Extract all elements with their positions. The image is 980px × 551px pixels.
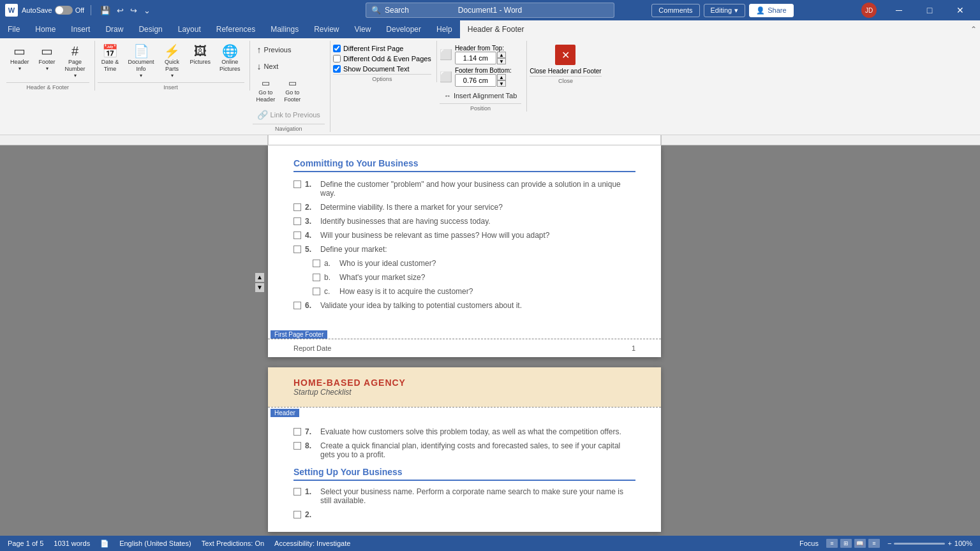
checkbox-4[interactable] xyxy=(293,231,301,239)
scroll-up-button[interactable]: ▲ xyxy=(255,273,264,282)
web-layout-icon[interactable]: ⊞ xyxy=(840,539,852,548)
header-label-tag: Header xyxy=(271,409,299,417)
save-icon[interactable]: 💾 xyxy=(98,4,113,17)
item-num-1: 1. xyxy=(305,180,316,189)
tab-review[interactable]: Review xyxy=(306,20,346,38)
undo-icon[interactable]: ↩ xyxy=(114,4,126,17)
tab-design[interactable]: Design xyxy=(131,20,170,38)
header-position-icon: ⬜ xyxy=(440,48,452,61)
different-first-option[interactable]: Different First Page xyxy=(333,45,431,52)
minimize-button[interactable]: ─ xyxy=(884,0,914,20)
checkbox-7[interactable] xyxy=(293,428,301,436)
list-item: c. How easy is it to acquire the custome… xyxy=(313,287,635,296)
zoom-slider[interactable] xyxy=(894,543,945,545)
different-odd-even-option[interactable]: Different Odd & Even Pages xyxy=(333,55,431,62)
page-1-content: Committing to Your Business 1. Define th… xyxy=(268,145,661,328)
user-avatar[interactable]: JD xyxy=(861,3,877,18)
checkbox-5b[interactable] xyxy=(313,274,320,281)
checkbox-s2[interactable] xyxy=(293,511,301,518)
print-layout-icon[interactable]: ≡ xyxy=(826,539,838,548)
close-header-footer-button[interactable]: Close Header and Footer xyxy=(530,68,601,75)
zoom-out-icon[interactable]: − xyxy=(887,540,891,547)
customize-icon[interactable]: ⌄ xyxy=(141,4,153,17)
go-to-header-button[interactable]: ▭ Go toHeader xyxy=(253,75,279,106)
outline-icon[interactable]: ≡ xyxy=(868,539,880,548)
footer-content[interactable]: Report Date 1 xyxy=(268,339,661,357)
tab-layout[interactable]: Layout xyxy=(170,20,209,38)
page-number-button[interactable]: # PageNumber ▾ xyxy=(61,42,89,81)
checkbox-6[interactable] xyxy=(293,302,301,309)
editing-button[interactable]: Editing ▾ xyxy=(704,4,746,17)
pictures-button[interactable]: 🖼 Pictures xyxy=(186,42,215,68)
online-pictures-label: OnlinePictures xyxy=(219,59,241,73)
show-doc-text-checkbox[interactable] xyxy=(333,65,341,73)
group-close: ✕ Close Header and Footer Close xyxy=(528,41,606,84)
go-to-footer-button[interactable]: ▭ Go toFooter xyxy=(280,75,304,106)
tab-developer[interactable]: Developer xyxy=(378,20,429,38)
page-2-header[interactable]: HOME-BASED AGENCY Startup Checklist xyxy=(268,367,661,407)
share-button[interactable]: 👤 Share xyxy=(749,4,793,17)
date-time-button[interactable]: 📅 Date &Time xyxy=(98,42,123,75)
tab-view[interactable]: View xyxy=(347,20,379,38)
list-item: 1. Define the customer "problem" and how… xyxy=(293,180,635,198)
autosave-toggle[interactable] xyxy=(55,6,73,15)
focus-label[interactable]: Focus xyxy=(799,540,819,547)
footer-label-tag: First Page Footer xyxy=(268,328,661,339)
insert-alignment-tab-button[interactable]: ↔ Insert Alignment Tab xyxy=(440,89,521,102)
online-pictures-button[interactable]: 🌐 OnlinePictures xyxy=(216,42,244,75)
document-area: ▲ ▼ Committing to Your Business 1. Defin… xyxy=(0,145,980,551)
tab-home[interactable]: Home xyxy=(27,20,63,38)
redo-icon[interactable]: ↪ xyxy=(128,4,140,17)
doc-info-button[interactable]: 📄 DocumentInfo ▾ xyxy=(124,42,158,81)
scroll-down-button[interactable]: ▼ xyxy=(255,283,264,292)
maximize-button[interactable]: □ xyxy=(915,0,944,20)
header-button[interactable]: ▭ Header ▾ xyxy=(6,42,33,74)
ribbon-expand[interactable]: ⌃ xyxy=(967,20,980,38)
header-from-top-input[interactable] xyxy=(455,52,496,64)
previous-button[interactable]: ↑ Previous xyxy=(253,42,325,57)
quick-parts-button[interactable]: ⚡ QuickParts ▾ xyxy=(160,42,185,81)
checkbox-s1[interactable] xyxy=(293,488,301,496)
next-button[interactable]: ↓ Next xyxy=(253,59,325,74)
tab-file[interactable]: File xyxy=(0,20,27,38)
tab-draw[interactable]: Draw xyxy=(98,20,131,38)
page-number-icon: # xyxy=(71,45,78,57)
ribbon: File Home Insert Draw Design Layout Refe… xyxy=(0,20,980,135)
link-to-previous-button[interactable]: 🔗 Link to Previous xyxy=(253,107,325,122)
read-mode-icon[interactable]: 📖 xyxy=(854,539,866,548)
tab-help[interactable]: Help xyxy=(429,20,460,38)
tab-header-footer[interactable]: Header & Footer xyxy=(460,20,532,38)
checkbox-5[interactable] xyxy=(293,246,301,253)
checkbox-2[interactable] xyxy=(293,203,301,211)
section-1-title: Committing to Your Business xyxy=(293,158,635,172)
checkbox-5a[interactable] xyxy=(313,260,320,267)
close-button[interactable]: ✕ xyxy=(946,0,975,20)
different-odd-even-checkbox[interactable] xyxy=(333,55,341,62)
checkbox-1[interactable] xyxy=(293,180,301,188)
different-first-checkbox[interactable] xyxy=(333,45,341,52)
search-bar[interactable]: 🔍 Search xyxy=(366,3,614,18)
agency-title: HOME-BASED AGENCY xyxy=(293,378,635,388)
footer-button[interactable]: ▭ Footer ▾ xyxy=(34,42,60,74)
agency-subtitle: Startup Checklist xyxy=(293,388,635,397)
header-label: Header xyxy=(10,59,29,66)
item-num-5: 5. xyxy=(305,245,316,254)
footer-from-bottom-input[interactable] xyxy=(455,74,496,87)
previous-icon: ↑ xyxy=(257,45,262,55)
footer-spin-down[interactable]: ▼ xyxy=(497,80,506,87)
comments-button[interactable]: Comments xyxy=(651,4,699,17)
zoom-in-icon[interactable]: + xyxy=(947,540,951,547)
header-spin-down[interactable]: ▼ xyxy=(497,58,506,64)
checkbox-3[interactable] xyxy=(293,217,301,225)
footer-spin-up[interactable]: ▲ xyxy=(497,74,506,80)
checkbox-8[interactable] xyxy=(293,442,301,450)
header-spin-up[interactable]: ▲ xyxy=(497,52,506,58)
checkbox-5c[interactable] xyxy=(313,288,320,295)
accessibility-check: Accessibility: Investigate xyxy=(274,540,350,547)
tab-references[interactable]: References xyxy=(209,20,263,38)
header-spinners: ▲ ▼ xyxy=(497,52,506,64)
show-doc-text-option[interactable]: Show Document Text xyxy=(333,65,431,73)
tab-insert[interactable]: Insert xyxy=(63,20,98,38)
group-navigation: ↑ Previous ↓ Next ▭ Go toHeader ▭ Go toF… xyxy=(251,41,330,132)
tab-mailings[interactable]: Mailings xyxy=(263,20,306,38)
